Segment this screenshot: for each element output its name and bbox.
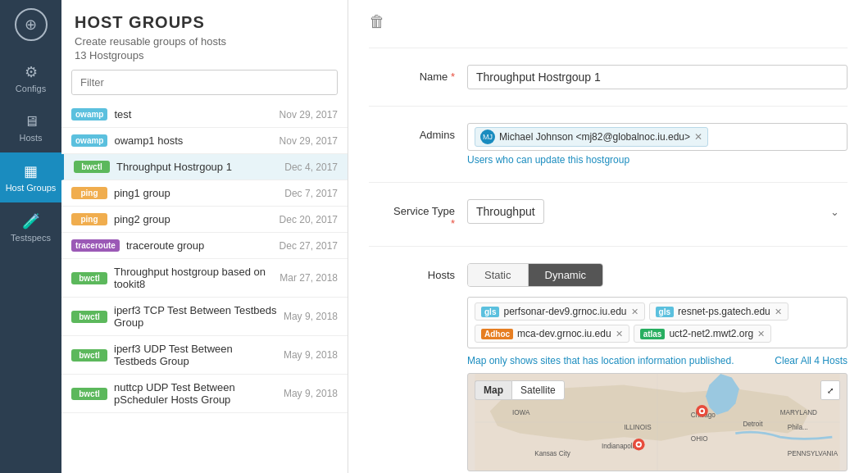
map-container: Map Satellite ⤢ [467, 373, 848, 471]
item-name: ping2 group [114, 213, 273, 225]
svg-text:Detroit: Detroit [743, 421, 763, 428]
item-name: traceroute group [126, 239, 273, 252]
list-item[interactable]: owamp owamp1 hosts Nov 29, 2017 [61, 128, 348, 154]
svg-text:Phila...: Phila... [788, 424, 808, 431]
host-tag-badge: Adhoc [481, 329, 513, 339]
list-header: HOST GROUPS Create reusable groups of ho… [61, 0, 348, 70]
item-badge: bwctl [74, 161, 110, 173]
admins-tag-input[interactable]: MJ Michael Johnson <mj82@globalnoc.iu.ed… [467, 123, 848, 151]
admin-tag-close[interactable]: ✕ [694, 131, 702, 143]
svg-text:Indianapolis: Indianapolis [602, 443, 638, 450]
service-type-wrapper: Throughput Latency Loss Traceroute [467, 199, 848, 224]
list-item[interactable]: owamp test Nov 29, 2017 [61, 102, 348, 128]
service-type-select[interactable]: Throughput Latency Loss Traceroute [467, 199, 544, 224]
tab-static[interactable]: Static [468, 264, 529, 286]
map-btn-map[interactable]: Map [475, 380, 511, 400]
list-item[interactable]: bwctl nuttcp UDP Test Between pScheduler… [61, 375, 348, 413]
host-tag: gls perfsonar-dev9.grnoc.iu.edu ✕ [475, 302, 645, 321]
item-date: May 9, 2018 [284, 388, 338, 399]
tabs: Static Dynamic [467, 263, 603, 287]
hosts-row: Hosts Static Dynamic gls perfsonar-dev9.… [369, 246, 848, 471]
main-panel: 🗑 Name * Admins MJ Michael Johnson <mj82… [348, 0, 868, 473]
list-item[interactable]: bwctl iperf3 TCP Test Between Testbeds G… [61, 298, 348, 336]
name-required: * [451, 70, 455, 83]
list-item[interactable]: bwctl iperf3 UDP Test Between Testbeds G… [61, 336, 348, 375]
testspecs-icon: 🧪 [22, 212, 40, 230]
page-subtitle: Create reusable groups of hosts [75, 35, 334, 48]
host-tags-container[interactable]: gls perfsonar-dev9.grnoc.iu.edu ✕ gls re… [467, 297, 848, 348]
item-badge: bwctl [71, 272, 107, 284]
item-date: May 9, 2018 [284, 311, 338, 322]
item-name: Throughput Hostrgoup 1 [116, 161, 278, 173]
item-name: owamp1 hosts [114, 134, 272, 147]
item-badge: ping [71, 187, 107, 199]
map-btn-satellite[interactable]: Satellite [511, 380, 565, 400]
hosts-label: Hosts [369, 263, 467, 281]
item-name: nuttcp UDP Test Between pScheduler Hosts… [114, 381, 277, 406]
svg-text:MARYLAND: MARYLAND [780, 409, 817, 416]
host-tag-close[interactable]: ✕ [757, 329, 765, 339]
clear-all-hosts-link[interactable]: Clear All 4 Hosts [775, 355, 848, 366]
item-badge: bwctl [71, 311, 107, 323]
admin-tag: MJ Michael Johnson <mj82@globalnoc.iu.ed… [475, 127, 708, 147]
item-date: Mar 27, 2018 [279, 272, 338, 284]
sidebar-item-hosts[interactable]: 🖥 Hosts [0, 103, 61, 152]
host-tag: gls resnet-ps.gatech.edu ✕ [649, 302, 788, 321]
svg-text:ILLINOIS: ILLINOIS [624, 424, 652, 431]
host-tag: Adhoc mca-dev.grnoc.iu.edu ✕ [475, 325, 629, 343]
item-badge: bwctl [71, 349, 107, 362]
list-item[interactable]: traceroute traceroute group Dec 27, 2017 [61, 233, 348, 259]
admins-row: Admins MJ Michael Johnson <mj82@globalno… [369, 106, 848, 166]
list-item[interactable]: bwctl Throughput Hostrgoup 1 Dec 4, 2017 [61, 154, 348, 180]
map-expand-button[interactable]: ⤢ [820, 380, 840, 400]
sidebar-item-host-groups[interactable]: ▦ Host Groups [0, 152, 61, 202]
sidebar-item-configs[interactable]: ⚙ Configs [0, 53, 61, 103]
item-name: Throughput hostgroup based on tookit8 [114, 266, 273, 290]
name-label: Name * [369, 65, 467, 83]
item-badge: bwctl [71, 388, 107, 400]
delete-button[interactable]: 🗑 [369, 12, 385, 31]
filter-input[interactable] [72, 70, 337, 94]
app-logo: ⊕ [15, 8, 48, 41]
sidebar-item-label-testspecs: Testspecs [11, 233, 51, 243]
name-input[interactable] [467, 65, 848, 89]
item-badge: ping [71, 213, 107, 225]
tab-dynamic[interactable]: Dynamic [529, 264, 603, 286]
host-tag-close[interactable]: ✕ [775, 307, 782, 317]
list-panel: HOST GROUPS Create reusable groups of ho… [61, 0, 348, 473]
filter-box[interactable] [71, 70, 338, 95]
hosts-section: Static Dynamic gls perfsonar-dev9.grnoc.… [467, 263, 848, 471]
hostgroup-count: 13 Hostgroups [75, 49, 334, 61]
map-info-text: Map only shows sites that has location i… [467, 355, 734, 366]
svg-text:OHIO: OHIO [691, 435, 708, 443]
host-groups-icon: ▦ [24, 162, 38, 180]
name-row: Name * [369, 48, 848, 89]
host-tag-close[interactable]: ✕ [631, 307, 639, 317]
item-badge: owamp [71, 134, 107, 147]
admin-tag-label: Michael Johnson <mj82@globalnoc.iu.edu> [499, 131, 690, 143]
svg-point-20 [637, 443, 640, 446]
list-item[interactable]: ping ping2 group Dec 20, 2017 [61, 207, 348, 233]
host-tag-badge: gls [656, 307, 674, 317]
item-name: ping1 group [114, 187, 278, 199]
sidebar-item-label-host-groups: Host Groups [6, 183, 57, 193]
hosts-icon: 🖥 [24, 113, 39, 130]
list-item[interactable]: bwctl Throughput hostgroup based on took… [61, 259, 348, 298]
host-tag-name: uct2-net2.mwt2.org [669, 328, 753, 339]
svg-text:Kansas City: Kansas City [534, 450, 570, 457]
item-name: iperf3 UDP Test Between Testbeds Group [114, 343, 277, 367]
item-date: Nov 29, 2017 [279, 135, 338, 147]
host-tag-close[interactable]: ✕ [616, 329, 623, 339]
sidebar-item-testspecs[interactable]: 🧪 Testspecs [0, 202, 61, 252]
svg-point-17 [701, 410, 704, 413]
item-badge: traceroute [71, 239, 120, 252]
service-type-row: Service Type* Throughput Latency Loss Tr… [369, 182, 848, 230]
item-date: Dec 4, 2017 [284, 161, 338, 173]
sidebar-item-label-hosts: Hosts [19, 133, 42, 143]
toolbar: 🗑 [369, 12, 848, 31]
sidebar: ⊕ ⚙ Configs 🖥 Hosts ▦ Host Groups 🧪 Test… [0, 0, 61, 473]
list-item[interactable]: ping ping1 group Dec 7, 2017 [61, 180, 348, 207]
svg-text:PENNSYLVANIA: PENNSYLVANIA [788, 450, 838, 457]
host-tag: atlas uct2-net2.mwt2.org ✕ [634, 325, 772, 343]
logo-icon: ⊕ [25, 16, 37, 34]
